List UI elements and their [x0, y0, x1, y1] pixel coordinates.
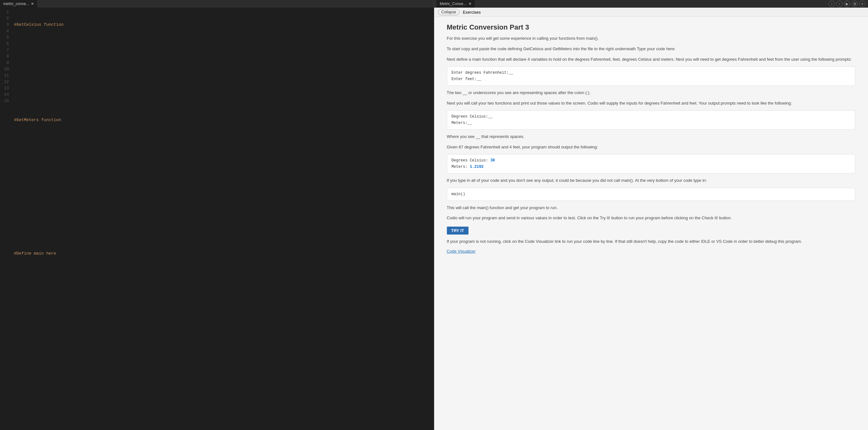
- right-tab-bar: Metric_Conve... ✕ ‹ › ▶ ⊞ ≡: [434, 0, 868, 8]
- play-nav-icon[interactable]: ▶: [844, 1, 850, 7]
- output-line-2: Meters: 1.2192: [452, 164, 851, 170]
- prompt-block-1-line-2: Enter feet:__: [452, 76, 851, 82]
- output-celsius-label: Degrees Celsius:: [452, 158, 488, 163]
- menu-nav-icon[interactable]: ≡: [859, 1, 865, 7]
- code-line-6: #GetMeters function: [14, 117, 431, 123]
- code-area[interactable]: #GetCelsius function #GetMeters function…: [11, 8, 434, 430]
- code-line-9: [14, 174, 431, 181]
- intro-para-1: For this exercise you will get some expe…: [447, 35, 856, 42]
- forward-nav-icon[interactable]: ›: [836, 1, 843, 7]
- intro-para-3: Next define a main function that will de…: [447, 56, 856, 63]
- main-call-block: main(): [447, 188, 856, 201]
- prompt-block-1: Enter degrees Fahrenheit:__ Enter feet:_…: [447, 66, 856, 86]
- right-tab-label: Metric_Conve...: [440, 2, 467, 6]
- code-line-2: [14, 41, 431, 47]
- grid-nav-icon[interactable]: ⊞: [851, 1, 858, 7]
- given-para: Given 87 degrees Fahrenheit and 4 feet, …: [447, 144, 856, 151]
- editor-tab-close-icon[interactable]: ✕: [31, 2, 34, 6]
- editor-tab-bar: metric_conve... ✕: [0, 0, 434, 8]
- output-meters-value: 1.2192: [470, 165, 484, 169]
- code-line-15: [14, 288, 431, 295]
- code-line-3: [14, 60, 431, 66]
- code-line-12: [14, 232, 431, 238]
- code-line-4: [14, 79, 431, 85]
- right-editor-tab[interactable]: Metric_Conve... ✕: [437, 0, 475, 8]
- try-it-button[interactable]: TRY IT: [447, 226, 468, 235]
- code-line-1: #GetCelsius function: [14, 22, 431, 28]
- codio-run-para: Codio will run your program and send in …: [447, 215, 856, 221]
- prompt-block-2: Degrees Celsius:__ Meters:__: [447, 110, 856, 129]
- right-tab-close-icon[interactable]: ✕: [468, 2, 472, 6]
- no-output-para: If you type in all of your code and you …: [447, 177, 856, 184]
- content-area[interactable]: Metric Conversion Part 3 For this exerci…: [434, 17, 868, 430]
- page-title: Metric Conversion Part 3: [447, 23, 856, 31]
- code-line-7: [14, 136, 431, 143]
- main-run-para: This will call the main() function and g…: [447, 205, 856, 211]
- call-functions-para: Next you will call your two functions an…: [447, 100, 856, 107]
- try-it-container: TRY IT: [447, 225, 856, 236]
- output-block: Degrees Celsius: 30 Meters: 1.2192: [447, 154, 856, 173]
- editor-tab[interactable]: metric_conve... ✕: [0, 0, 37, 8]
- code-line-8: [14, 155, 431, 161]
- code-line-5: [14, 98, 431, 104]
- not-running-para: If your program is not running, click on…: [447, 238, 856, 245]
- collapse-button[interactable]: Collapse: [438, 9, 460, 15]
- output-celsius-value: 30: [490, 158, 495, 163]
- code-line-13: #Define main here: [14, 250, 431, 257]
- line-numbers: 1 2 3 4 5 6 7 8 9 10 11 12 13 14 15: [0, 8, 11, 430]
- exercises-label: Exercises: [463, 10, 480, 14]
- intro-para-2: To start copy and paste the code definin…: [447, 46, 856, 53]
- editor-panel: metric_conve... ✕ 1 2 3 4 5 6 7 8 9 10 1…: [0, 0, 434, 430]
- output-meters-label: Meters:: [452, 165, 468, 169]
- right-panel: Metric_Conve... ✕ ‹ › ▶ ⊞ ≡ Collapse Exe…: [434, 0, 868, 430]
- spaces-para: Where you see __ that represents spaces.: [447, 133, 856, 140]
- code-visualizer-link[interactable]: Code Visualizer: [447, 249, 476, 254]
- prompt-block-2-line-2: Meters:__: [452, 120, 851, 126]
- editor-tab-label: metric_conve...: [3, 2, 29, 6]
- back-nav-icon[interactable]: ‹: [829, 1, 835, 7]
- code-line-14: [14, 270, 431, 276]
- output-line-1: Degrees Celsius: 30: [452, 158, 851, 164]
- code-line-11: [14, 212, 431, 219]
- prompt-block-2-line-1: Degrees Celsius:__: [452, 114, 851, 120]
- code-line-10: [14, 193, 431, 199]
- editor-content[interactable]: 1 2 3 4 5 6 7 8 9 10 11 12 13 14 15 #Get…: [0, 8, 434, 430]
- exercises-toolbar: Collapse Exercises: [434, 8, 868, 17]
- main-call-code: main(): [452, 192, 465, 196]
- prompt-block-1-line-1: Enter degrees Fahrenheit:__: [452, 70, 851, 76]
- underscore-para: The two __ or underscores you see are re…: [447, 90, 856, 96]
- nav-icons: ‹ › ▶ ⊞ ≡: [829, 1, 865, 7]
